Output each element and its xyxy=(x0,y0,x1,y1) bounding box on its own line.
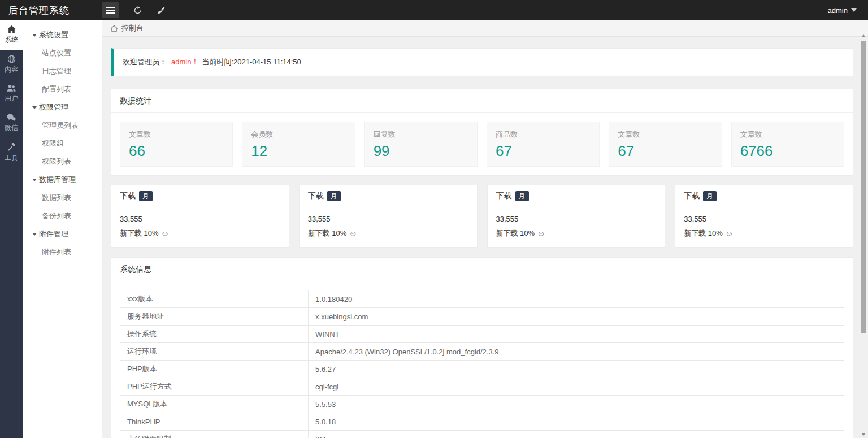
stats-grid: 文章数 66 会员数 12 回复数 99 商品数 67 xyxy=(111,113,853,175)
rail-item-users[interactable]: 用户 xyxy=(0,79,23,109)
caret-down-icon xyxy=(32,233,37,236)
system-info-table: xxx版本1.0.180420 服务器地址x.xuebingsi.com 操作系… xyxy=(120,290,844,438)
sidebar-item-admin-list[interactable]: 管理员列表 xyxy=(23,116,102,135)
smiley-icon: ☺ xyxy=(537,229,545,237)
refresh-icon[interactable] xyxy=(133,6,142,15)
sidebar-group-system-settings[interactable]: 系统设置 xyxy=(23,26,102,44)
sidebar-item-permission-list[interactable]: 权限列表 xyxy=(23,153,102,171)
table-row: xxx版本1.0.180420 xyxy=(120,290,844,308)
sidebar-group-attachment[interactable]: 附件管理 xyxy=(23,225,102,243)
stat-card-articles-2: 文章数 67 xyxy=(609,122,722,167)
download-card: 下载月 33,555 新下载 10%☺ xyxy=(675,185,853,248)
smiley-icon: ☺ xyxy=(349,229,357,237)
content: 欢迎管理员：admin！当前时间:2021-04-15 11:14:50 数据统… xyxy=(102,37,868,438)
clean-cache-icon[interactable] xyxy=(157,6,165,15)
icon-rail: 系统 内容 用户 微信 工具 xyxy=(0,20,23,438)
rail-item-label: 微信 xyxy=(5,123,18,133)
scroll-up-icon[interactable] xyxy=(861,34,866,37)
new-download-text: 新下载 10% xyxy=(684,228,723,238)
sidebar-item-data-list[interactable]: 数据列表 xyxy=(23,189,102,207)
sidebar-item-config-list[interactable]: 配置列表 xyxy=(23,80,102,98)
download-cards-row: 下载月 33,555 新下载 10%☺ 下载月 33,555 新下载 10%☺ … xyxy=(111,185,853,248)
table-row: PHP版本5.6.27 xyxy=(120,361,844,378)
chevron-down-icon xyxy=(851,8,857,12)
home-icon xyxy=(7,25,16,33)
breadcrumb-item-console[interactable]: 控制台 xyxy=(121,20,144,36)
caret-down-icon xyxy=(32,106,37,109)
sidebar-item-permission-group[interactable]: 权限组 xyxy=(23,135,102,153)
welcome-prefix: 欢迎管理员： xyxy=(123,58,167,66)
download-card: 下载月 33,555 新下载 10%☺ xyxy=(487,185,666,248)
user-name: admin xyxy=(828,6,848,15)
download-count: 33,555 xyxy=(120,215,280,223)
month-badge: 月 xyxy=(703,191,717,201)
hamburger-icon xyxy=(106,7,115,8)
welcome-banner: 欢迎管理员：admin！当前时间:2021-04-15 11:14:50 xyxy=(111,48,853,76)
download-count: 33,555 xyxy=(308,215,468,223)
table-row: 服务器地址x.xuebingsi.com xyxy=(120,308,844,326)
rail-item-label: 系统 xyxy=(5,35,18,45)
sidebar-item-backup-list[interactable]: 备份列表 xyxy=(23,207,102,225)
new-download-text: 新下载 10% xyxy=(496,228,535,238)
stat-card-products: 商品数 67 xyxy=(487,122,600,167)
table-row: 操作系统WINNT xyxy=(120,326,844,343)
month-badge: 月 xyxy=(327,191,341,201)
download-count: 33,555 xyxy=(496,215,657,223)
table-row: 运行环境Apache/2.4.23 (Win32) OpenSSL/1.0.2j… xyxy=(120,343,844,361)
chat-icon xyxy=(7,114,16,122)
topbar: 后台管理系统 admin xyxy=(0,0,868,20)
sidebar-item-log-management[interactable]: 日志管理 xyxy=(23,62,102,80)
breadcrumb: 控制台 xyxy=(102,20,868,37)
new-download-text: 新下载 10% xyxy=(120,228,159,238)
smiley-icon: ☺ xyxy=(725,229,733,237)
rail-item-label: 内容 xyxy=(5,65,18,75)
rail-item-content[interactable]: 内容 xyxy=(0,50,23,79)
scrollbar-thumb[interactable] xyxy=(861,41,866,333)
month-badge: 月 xyxy=(139,191,153,201)
system-info-panel: 系统信息 xxx版本1.0.180420 服务器地址x.xuebingsi.co… xyxy=(111,257,853,438)
users-icon xyxy=(7,84,16,92)
system-info-title: 系统信息 xyxy=(111,258,853,281)
stats-panel: 数据统计 文章数 66 会员数 12 回复数 99 商品数 xyxy=(111,89,853,176)
globe-icon xyxy=(7,55,16,63)
welcome-time: 当前时间:2021-04-15 11:14:50 xyxy=(202,58,301,66)
rail-item-wechat[interactable]: 微信 xyxy=(0,109,23,138)
stat-card-replies: 回复数 99 xyxy=(364,122,478,167)
app-title: 后台管理系统 xyxy=(0,4,102,17)
smiley-icon: ☺ xyxy=(161,229,169,237)
sidebar-group-database[interactable]: 数据库管理 xyxy=(23,171,102,189)
topbar-tools xyxy=(102,2,165,18)
download-count: 33,555 xyxy=(684,215,844,223)
user-menu[interactable]: admin xyxy=(828,6,857,15)
sidebar-group-permission[interactable]: 权限管理 xyxy=(23,98,102,116)
stat-card-articles: 文章数 66 xyxy=(120,122,233,167)
menu-toggle-button[interactable] xyxy=(102,2,119,18)
rail-item-system[interactable]: 系统 xyxy=(0,20,23,50)
admin-dashboard: 后台管理系统 admin 系统 内容 用户 xyxy=(0,0,868,438)
welcome-username: admin！ xyxy=(171,58,198,66)
sidebar: 系统设置 站点设置 日志管理 配置列表 权限管理 管理员列表 权限组 权限列表 … xyxy=(23,20,102,438)
download-card: 下载月 33,555 新下载 10%☺ xyxy=(299,185,478,248)
vertical-scrollbar[interactable] xyxy=(860,31,867,438)
home-outline-icon xyxy=(110,25,118,32)
scroll-down-icon[interactable] xyxy=(861,433,866,436)
download-card: 下载月 33,555 新下载 10%☺ xyxy=(111,185,289,248)
month-badge: 月 xyxy=(515,191,529,201)
main-area: 控制台 欢迎管理员：admin！当前时间:2021-04-15 11:14:50… xyxy=(102,20,868,438)
stats-panel-title: 数据统计 xyxy=(111,89,853,113)
table-row: ThinkPHP5.0.18 xyxy=(120,413,844,431)
table-row: PHP运行方式cgi-fcgi xyxy=(120,378,844,396)
stat-card-articles-3: 文章数 6766 xyxy=(731,122,844,167)
stat-card-members: 会员数 12 xyxy=(242,122,355,167)
sidebar-item-site-settings[interactable]: 站点设置 xyxy=(23,44,102,62)
rail-item-label: 工具 xyxy=(5,153,18,163)
rail-item-label: 用户 xyxy=(5,94,18,103)
table-row: 上传附件限制2M xyxy=(120,431,844,438)
tool-icon xyxy=(7,143,16,151)
caret-down-icon xyxy=(32,34,37,37)
table-row: MYSQL版本5.5.53 xyxy=(120,396,844,413)
caret-down-icon xyxy=(32,179,37,181)
sidebar-item-attachment-list[interactable]: 附件列表 xyxy=(23,243,102,261)
new-download-text: 新下载 10% xyxy=(308,228,347,238)
rail-item-tools[interactable]: 工具 xyxy=(0,138,23,167)
